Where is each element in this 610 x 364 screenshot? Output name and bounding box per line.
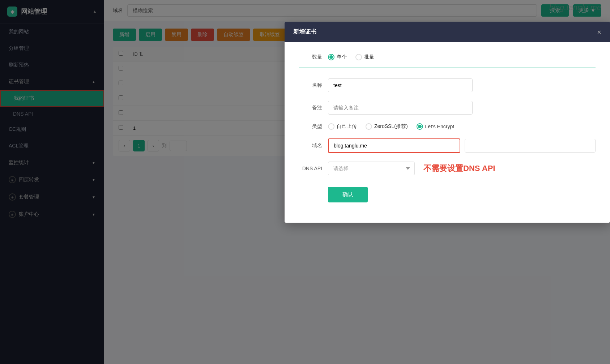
radio-letsencrypt-dot	[417, 123, 423, 130]
modal-overlay: 新增证书 × 数量 单个 批量	[0, 0, 610, 364]
radio-single-label: 单个	[337, 54, 347, 60]
radio-zerossl[interactable]: ZeroSSL(推荐)	[366, 123, 408, 130]
name-row: 名称	[299, 78, 596, 92]
modal-header: 新增证书 ×	[285, 22, 610, 42]
modal-title: 新增证书	[293, 28, 316, 36]
extra-domain-input[interactable]	[465, 139, 596, 153]
modal-close-button[interactable]: ×	[597, 29, 601, 36]
domain-row: 域名	[299, 138, 596, 153]
radio-single-dot	[328, 54, 334, 60]
radio-batch[interactable]: 批量	[355, 54, 374, 60]
radio-upload[interactable]: 自己上传	[328, 123, 357, 130]
radio-single[interactable]: 单个	[328, 54, 347, 60]
form-divider	[299, 68, 596, 68]
quantity-row: 数量 单个 批量	[299, 54, 596, 60]
remark-input[interactable]	[328, 101, 473, 115]
radio-batch-dot	[355, 54, 362, 60]
dns-api-note: 不需要设置DNS API	[423, 163, 495, 174]
quantity-radio-group: 单个 批量	[328, 54, 374, 60]
remark-label: 备注	[299, 104, 328, 111]
name-label: 名称	[299, 82, 328, 89]
radio-letsencrypt-label: Let's Encrypt	[425, 124, 455, 129]
extra-domains	[465, 139, 596, 153]
type-label: 类型	[299, 123, 328, 130]
radio-zerossl-dot	[366, 123, 372, 130]
domain-input[interactable]	[329, 139, 460, 152]
name-input[interactable]	[328, 78, 473, 92]
radio-letsencrypt[interactable]: Let's Encrypt	[417, 123, 455, 130]
confirm-row: 确认	[299, 184, 596, 202]
radio-upload-label: 自己上传	[337, 123, 357, 130]
type-row: 类型 自己上传 ZeroSSL(推荐) Let's Encrypt	[299, 123, 596, 130]
radio-zerossl-label: ZeroSSL(推荐)	[374, 123, 408, 130]
domain-label: 域名	[299, 142, 328, 149]
confirm-button[interactable]: 确认	[328, 187, 368, 202]
remark-row: 备注	[299, 101, 596, 115]
radio-batch-label: 批量	[364, 54, 374, 60]
dns-api-row: DNS API 请选择 不需要设置DNS API	[299, 162, 596, 175]
type-radio-group: 自己上传 ZeroSSL(推荐) Let's Encrypt	[328, 123, 454, 130]
add-cert-modal: 新增证书 × 数量 单个 批量	[285, 22, 610, 223]
domain-field-wrapper	[328, 138, 460, 153]
modal-body: 数量 单个 批量 名称	[285, 42, 610, 223]
quantity-label: 数量	[299, 54, 328, 60]
radio-upload-dot	[328, 123, 334, 130]
dns-api-select[interactable]: 请选择	[328, 162, 415, 175]
dns-api-label: DNS API	[299, 166, 328, 171]
